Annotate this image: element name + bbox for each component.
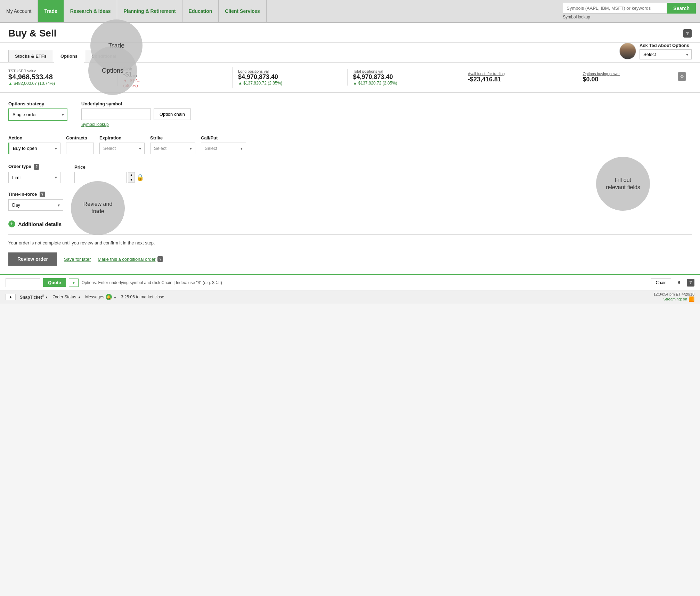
expiration-group: Expiration Select ▼ — [99, 135, 145, 154]
symbol-lookup-link[interactable]: Symbol lookup — [563, 15, 696, 19]
quote-symbol-input[interactable] — [6, 278, 40, 287]
option-chain-button[interactable]: Option chain — [154, 108, 191, 120]
quote-hint: Options: Enter underlying symbol and cli… — [81, 280, 648, 285]
portfolio-total: Total positions val $4,970,873.40 ▲ $137… — [348, 69, 463, 86]
tif-group: Time-in-force ? Day Good till cancelled … — [8, 192, 63, 211]
nav-item-my-account[interactable]: My Account — [0, 0, 38, 22]
additional-details-header[interactable]: + Additional details — [8, 220, 692, 227]
nav-item-research[interactable]: Research & Ideas — [64, 0, 117, 22]
ask-ted-section: Ask Ted About Options Select ▼ — [619, 43, 692, 62]
price-input[interactable] — [74, 172, 127, 183]
tif-select[interactable]: Day Good till cancelled Immediate or can… — [8, 199, 63, 211]
tif-help-icon[interactable]: ? — [40, 192, 45, 197]
snapticket-section[interactable]: SnapTicket® ▲ — [20, 294, 48, 300]
price-spin-down[interactable]: ▼ — [128, 177, 135, 182]
ask-ted-select[interactable]: Select — [640, 49, 692, 59]
long-change: ▲ $137,820.72 (2.85%) — [238, 81, 342, 86]
buttons-row: Review order Save for later Make this a … — [8, 252, 692, 266]
make-conditional-button[interactable]: Make this a conditional order — [98, 257, 155, 262]
portfolio-row: TSTUSER value $4,968,533.48 ▲ $482,000.6… — [0, 63, 700, 93]
total-value: $4,970,873.40 — [353, 73, 457, 81]
page-header: Buy & Sell ? Trade — [0, 23, 700, 43]
market-close-text: 3:25:06 to market close — [121, 295, 164, 299]
contracts-label: Contracts — [66, 135, 94, 140]
quote-button[interactable]: Quote — [43, 278, 66, 287]
tif-label: Time-in-force ? — [8, 192, 63, 198]
messages-arrow: ▲ — [113, 295, 117, 299]
streaming-text: Streaming: on — [664, 297, 687, 301]
review-order-button[interactable]: Review order — [8, 252, 57, 266]
action-select[interactable]: Buy to open Sell to open Buy to close Se… — [8, 143, 60, 154]
additional-details: + Additional details — [8, 220, 692, 227]
order-type-group: Order type ? Limit Market Stop Stop limi… — [8, 164, 60, 183]
underlying-symbol-input[interactable] — [81, 108, 151, 120]
options-bp-value: $0.00 — [583, 76, 620, 83]
order-type-select[interactable]: Limit Market Stop Stop limit Trailing st… — [8, 172, 60, 183]
snapticket-arrow: ▲ — [45, 295, 48, 299]
tab-bar: Stocks & ETFs Options Conditional Option… — [0, 43, 700, 63]
nav-item-client[interactable]: Client Services — [219, 0, 266, 22]
call-put-select[interactable]: Select Call Put — [201, 143, 246, 154]
dollar-button[interactable]: $ — [674, 278, 684, 287]
action-group: Action Buy to open Sell to open Buy to c… — [8, 135, 60, 154]
gear-icon[interactable]: ⚙ — [678, 72, 686, 81]
status-up-arrow[interactable]: ▲ — [6, 294, 16, 300]
order-status-section[interactable]: Order Status ▲ — [52, 295, 81, 299]
save-for-later-button[interactable]: Save for later — [64, 257, 91, 262]
tab-stocks-etfs[interactable]: Stocks & ETFs — [8, 50, 53, 62]
order-type-row: Order type ? Limit Market Stop Stop limi… — [8, 164, 692, 183]
quote-dropdown-button[interactable]: ▼ — [69, 279, 79, 287]
ask-ted-avatar — [619, 43, 636, 59]
quote-help-icon[interactable]: ? — [687, 279, 694, 287]
long-value: $4,970,873.40 — [238, 73, 342, 81]
tab-conditional[interactable]: Conditional — [85, 50, 123, 62]
action-label: Action — [8, 135, 60, 140]
options-strategy-label: Options strategy — [8, 101, 67, 106]
contracts-group: Contracts — [66, 135, 94, 154]
contracts-input[interactable] — [66, 143, 94, 154]
snapticket-label: SnapTicket® — [20, 294, 44, 300]
tstuser-label[interactable]: TSTUSER value — [8, 69, 112, 73]
call-put-label: Call/Put — [201, 135, 246, 140]
avail-label[interactable]: Avail funds for trading — [468, 72, 571, 76]
long-label[interactable]: Long positions val — [238, 69, 342, 73]
expiration-select[interactable]: Select — [99, 143, 145, 154]
options-strategy-group: Options strategy Single order ▼ — [8, 101, 67, 121]
price-group: Price ▲ ▼ 🔒 — [74, 164, 144, 183]
order-type-help-icon[interactable]: ? — [34, 164, 39, 170]
nav-item-planning[interactable]: Planning & Retirement — [117, 0, 182, 22]
symbol-lookup-link[interactable]: Symbol lookup — [81, 122, 191, 127]
additional-details-label: Additional details — [18, 221, 62, 227]
tif-row: Time-in-force ? Day Good till cancelled … — [8, 192, 692, 211]
lock-icon[interactable]: 🔒 — [136, 174, 144, 181]
options-bp-label[interactable]: Options buying power — [583, 72, 620, 76]
divider — [8, 234, 692, 235]
options-strategy-select[interactable]: Single order — [8, 108, 67, 121]
tab-options[interactable]: Options — [54, 50, 84, 63]
tstuser-value: $4,968,533.48 — [8, 73, 112, 81]
nav-item-trade[interactable]: Trade — [38, 0, 64, 22]
underlying-symbol-label: Underlying symbol — [81, 101, 191, 106]
search-button[interactable]: Search — [667, 3, 696, 14]
help-icon[interactable]: ? — [683, 29, 692, 38]
main-content: Options strategy Single order ▼ Underlyi… — [0, 93, 700, 274]
price-spin-up[interactable]: ▲ — [128, 172, 135, 177]
total-label[interactable]: Total positions val — [353, 69, 457, 73]
wifi-icon: 📶 — [689, 296, 694, 302]
nav-item-education[interactable]: Education — [182, 0, 219, 22]
plus-icon: + — [8, 220, 15, 227]
streaming-status: Streaming: on 📶 — [653, 296, 694, 302]
messages-label: Messages — [85, 295, 104, 299]
cash-label[interactable]: Cash — [123, 67, 227, 71]
chain-button[interactable]: Chain — [651, 278, 671, 287]
expiration-label: Expiration — [99, 135, 145, 140]
conditional-help-icon[interactable]: ? — [157, 256, 163, 262]
portfolio-avail: Avail funds for trading -$23,416.81 — [462, 72, 577, 83]
symbol-search-input[interactable] — [563, 3, 667, 14]
messages-section[interactable]: Messages 🔔 ▲ — [85, 294, 117, 300]
order-status-label: Order Status — [52, 295, 76, 299]
strike-select[interactable]: Select — [150, 143, 195, 154]
underlying-symbol-group: Underlying symbol Option chain Symbol lo… — [81, 101, 191, 127]
top-nav: My Account Trade Research & Ideas Planni… — [0, 0, 700, 23]
portfolio-long: Long positions val $4,970,873.40 ▲ $137,… — [233, 69, 348, 86]
